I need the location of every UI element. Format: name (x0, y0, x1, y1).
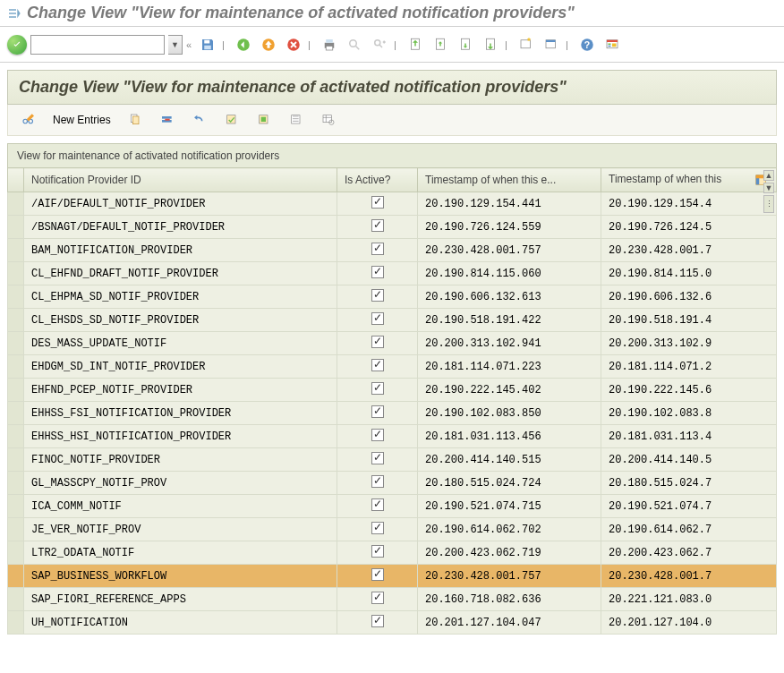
checkbox-icon[interactable] (371, 545, 384, 558)
select-all-header[interactable] (8, 168, 24, 192)
command-field[interactable] (30, 35, 165, 55)
table-row[interactable]: CL_EHPMA_SD_NOTIF_PROVIDER20.190.606.132… (8, 285, 777, 309)
cell-is-active[interactable] (337, 565, 418, 588)
last-page-button[interactable] (480, 34, 501, 55)
checkbox-icon[interactable] (371, 266, 384, 278)
row-selector[interactable] (8, 239, 24, 262)
table-row[interactable]: UH_NOTIFICATION20.201.127.104.04720.201.… (8, 611, 777, 635)
table-row[interactable]: CL_EHFND_DRAFT_NOTIF_PROVIDER20.190.814.… (8, 262, 777, 285)
row-selector[interactable] (8, 565, 24, 588)
cell-is-active[interactable] (337, 355, 418, 379)
cancel-button[interactable] (283, 34, 304, 55)
checkbox-icon[interactable] (371, 568, 384, 581)
table-row[interactable]: EHFND_PCEP_NOTIF_PROVIDER20.190.222.145.… (8, 379, 777, 402)
col-header-id[interactable]: Notification Provider ID (24, 168, 337, 192)
checkbox-icon[interactable] (371, 359, 384, 371)
cell-is-active[interactable] (337, 588, 418, 611)
cell-provider-id[interactable]: SAP_FIORI_REFERENCE_APPS (24, 588, 337, 611)
back-button[interactable] (233, 34, 254, 55)
table-row[interactable]: SAP_BUSINESS_WORKFLOW20.230.428.001.7572… (8, 565, 777, 588)
row-selector[interactable] (8, 541, 24, 565)
prev-page-button[interactable] (430, 34, 451, 55)
scroll-handle-icon[interactable]: ⋮ (763, 195, 774, 213)
create-session-button[interactable] (516, 34, 537, 55)
col-header-active[interactable]: Is Active? (337, 168, 418, 192)
cell-is-active[interactable] (337, 472, 418, 495)
checkbox-icon[interactable] (371, 405, 384, 418)
cell-is-active[interactable] (337, 541, 418, 565)
checkbox-icon[interactable] (371, 475, 384, 488)
checkbox-icon[interactable] (371, 312, 384, 325)
cell-is-active[interactable] (337, 402, 418, 425)
save-button[interactable] (197, 34, 218, 55)
checkbox-icon[interactable] (371, 615, 384, 627)
cell-provider-id[interactable]: EHHSS_HSI_NOTIFICATION_PROVIDER (24, 425, 337, 448)
cell-is-active[interactable] (337, 239, 418, 262)
checkbox-icon[interactable] (371, 382, 384, 395)
row-selector[interactable] (8, 355, 24, 379)
table-row[interactable]: /BSNAGT/DEFAULT_NOTIF_PROVIDER20.190.726… (8, 216, 777, 239)
cell-provider-id[interactable]: CL_EHFND_DRAFT_NOTIF_PROVIDER (24, 262, 337, 285)
find-button[interactable] (344, 34, 365, 55)
cell-provider-id[interactable]: ICA_COMM_NOTIF (24, 495, 337, 518)
col-header-ts2[interactable]: Timestamp of when this (601, 168, 777, 192)
row-selector[interactable] (8, 495, 24, 518)
cell-provider-id[interactable]: EHHSS_FSI_NOTIFICATION_PROVIDER (24, 402, 337, 425)
cell-provider-id[interactable]: JE_VER_NOTIF_PROV (24, 518, 337, 541)
first-page-button[interactable] (405, 34, 426, 55)
find-next-button[interactable] (369, 34, 390, 55)
row-selector[interactable] (8, 309, 24, 332)
row-selector[interactable] (8, 402, 24, 425)
col-header-ts1[interactable]: Timestamp of when this e... (418, 168, 601, 192)
cell-is-active[interactable] (337, 262, 418, 285)
cell-provider-id[interactable]: GL_MASSCPY_NOTIF_PROV (24, 472, 337, 495)
cell-is-active[interactable] (337, 425, 418, 448)
cell-provider-id[interactable]: /BSNAGT/DEFAULT_NOTIF_PROVIDER (24, 216, 337, 239)
checkbox-icon[interactable] (371, 498, 384, 511)
table-row[interactable]: EHHSS_HSI_NOTIFICATION_PROVIDER20.181.03… (8, 425, 777, 448)
table-row[interactable]: LTR2_ODATA_NOTIF20.200.423.062.71920.200… (8, 541, 777, 565)
cell-is-active[interactable] (337, 448, 418, 472)
cell-provider-id[interactable]: BAM_NOTIFICATION_PROVIDER (24, 239, 337, 262)
change-display-button[interactable] (15, 110, 42, 130)
layout-button[interactable] (601, 34, 623, 55)
checkbox-icon[interactable] (371, 592, 384, 604)
cell-is-active[interactable] (337, 379, 418, 402)
table-row[interactable]: FINOC_NOTIF_PROVIDER20.200.414.140.51520… (8, 448, 777, 472)
table-row[interactable]: DES_MASS_UPDATE_NOTIF20.200.313.102.9412… (8, 332, 777, 355)
checkbox-icon[interactable] (371, 196, 384, 209)
checkbox-icon[interactable] (371, 289, 384, 302)
row-selector[interactable] (8, 472, 24, 495)
cell-is-active[interactable] (337, 495, 418, 518)
exit-button[interactable] (258, 34, 279, 55)
row-selector[interactable] (8, 448, 24, 472)
cell-provider-id[interactable]: CL_EHSDS_SD_NOTIF_PROVIDER (24, 309, 337, 332)
help-button[interactable]: ? (576, 34, 598, 55)
table-row[interactable]: BAM_NOTIFICATION_PROVIDER20.230.428.001.… (8, 239, 777, 262)
cell-is-active[interactable] (337, 192, 418, 216)
cell-is-active[interactable] (337, 285, 418, 309)
row-selector[interactable] (8, 425, 24, 448)
table-row[interactable]: /AIF/DEFAULT_NOTIF_PROVIDER20.190.129.15… (8, 192, 777, 216)
row-selector[interactable] (8, 285, 24, 309)
checkbox-icon[interactable] (371, 219, 384, 232)
checkbox-icon[interactable] (371, 452, 384, 464)
table-row[interactable]: GL_MASSCPY_NOTIF_PROV20.180.515.024.7242… (8, 472, 777, 495)
select-all-button[interactable] (218, 110, 245, 130)
row-selector[interactable] (8, 192, 24, 216)
cell-is-active[interactable] (337, 611, 418, 635)
table-row[interactable]: EHHSS_FSI_NOTIFICATION_PROVIDER20.190.10… (8, 402, 777, 425)
undo-button[interactable] (186, 110, 213, 130)
cell-is-active[interactable] (337, 332, 418, 355)
cell-provider-id[interactable]: LTR2_ODATA_NOTIF (24, 541, 337, 565)
row-selector[interactable] (8, 262, 24, 285)
table-row[interactable]: CL_EHSDS_SD_NOTIF_PROVIDER20.190.518.191… (8, 309, 777, 332)
ok-button[interactable] (7, 35, 27, 55)
table-row[interactable]: JE_VER_NOTIF_PROV20.190.614.062.70220.19… (8, 518, 777, 541)
cell-provider-id[interactable]: UH_NOTIFICATION (24, 611, 337, 635)
cell-provider-id[interactable]: SAP_BUSINESS_WORKFLOW (24, 565, 337, 588)
select-block-button[interactable] (251, 110, 277, 130)
scroll-up-icon[interactable]: ▲ (763, 170, 774, 181)
table-row[interactable]: SAP_FIORI_REFERENCE_APPS20.160.718.082.6… (8, 588, 777, 611)
table-row[interactable]: EHDGM_SD_INT_NOTIF_PROVIDER20.181.114.07… (8, 355, 777, 379)
